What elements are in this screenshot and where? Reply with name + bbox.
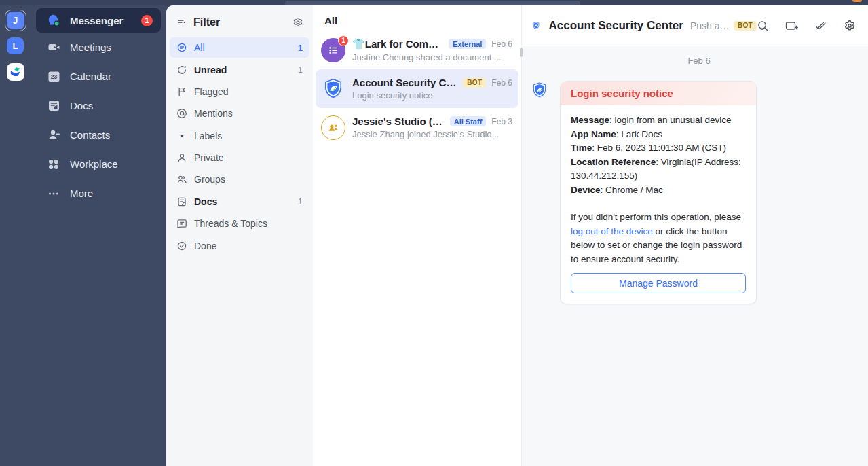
document-icon (176, 196, 187, 207)
filter-item-docs[interactable]: Docs 1 (170, 192, 309, 212)
field-time: Time: Feb 6, 2023 11:01:30 AM (CST) (571, 141, 746, 156)
filter-panel: Filter All 1 Unread 1 Flagg (166, 5, 313, 466)
filter-panel-title: Filter (193, 16, 220, 29)
at-mention-icon (176, 108, 187, 119)
bot-message: Login security notice Message: login fro… (530, 81, 868, 304)
workspace-rail: J L (0, 5, 31, 466)
chat-list-header: All (313, 5, 521, 31)
filter-item-threads-topics[interactable]: Threads & Topics (170, 213, 309, 234)
filter-item-all[interactable]: All 1 (170, 37, 309, 58)
calendar-icon: 23 (47, 70, 60, 84)
sidebar-item-more[interactable]: More (31, 179, 166, 208)
filter-item-flagged[interactable]: Flagged (170, 82, 309, 102)
more-icon (47, 187, 60, 200)
message-area: Feb 6 Login security notice Message: log… (522, 46, 868, 466)
manage-password-button[interactable]: Manage Password (571, 273, 746, 293)
sidebar-item-calendar[interactable]: 23 Calendar (31, 62, 166, 91)
chat-item-jessies-studio[interactable]: Jessie's Studio (Test A... All Staff Feb… (316, 108, 518, 147)
conversation-subtitle: Push account securi... (690, 20, 730, 31)
chat-time: Feb 6 (486, 39, 512, 49)
flag-icon (176, 86, 187, 97)
chat-title: 👕Lark for Commerce -... (352, 38, 445, 50)
contacts-icon (47, 128, 60, 142)
unread-refresh-icon (176, 65, 187, 75)
svg-text:23: 23 (50, 73, 57, 80)
sidebar-item-messenger[interactable]: Messenger 1 (36, 8, 161, 33)
field-location: Location Reference: Virginia(IP Address:… (571, 156, 746, 183)
field-message: Message: login from an unusual device (571, 113, 746, 128)
sidebar-item-meetings[interactable]: Meetings (31, 33, 166, 62)
sidebar-item-workplace[interactable]: Workplace (31, 149, 166, 179)
filter-count: 1 (298, 65, 303, 75)
field-app-name: App Name: Lark Docs (571, 128, 746, 142)
filter-count: 1 (298, 43, 303, 53)
docs-icon (47, 99, 60, 113)
chat-time: Feb 6 (486, 78, 512, 88)
workspace-avatar-j-label: J (7, 12, 24, 29)
group-avatar (321, 115, 345, 140)
security-notice-card: Login security notice Message: login fro… (560, 81, 757, 304)
person-icon (176, 152, 187, 163)
workspace-avatar-j[interactable]: J (5, 10, 26, 31)
sidebar-item-label: Messenger (70, 15, 123, 26)
external-tag: External (449, 39, 486, 49)
sidebar-item-label: More (70, 187, 93, 199)
workspace-avatar-l[interactable]: L (7, 37, 24, 54)
sidebar-item-contacts[interactable]: Contacts (31, 120, 166, 149)
field-device: Device: Chrome / Mac (571, 183, 746, 198)
filter-settings-gear-icon[interactable] (293, 17, 303, 28)
security-shield-avatar (531, 15, 541, 37)
mark-all-read-icon[interactable] (814, 20, 827, 32)
messenger-icon (47, 14, 60, 27)
chevron-down-icon (176, 130, 187, 141)
filter-item-mentions[interactable]: Mentions (170, 103, 309, 124)
chat-settings-gear-icon[interactable] (844, 20, 856, 32)
panel-resize-handle[interactable] (520, 48, 523, 57)
chat-item-lark-for-commerce[interactable]: 1 👕Lark for Commerce -... External Feb 6… (316, 31, 518, 69)
conversation-title: Account Security Center (549, 19, 683, 33)
conversation-pane: Account Security Center Push account sec… (521, 5, 868, 466)
card-title: Login security notice (561, 82, 756, 105)
sidebar-item-docs[interactable]: Docs (31, 91, 166, 120)
chat-bubble-icon (176, 42, 187, 53)
threads-icon (176, 218, 187, 229)
window-control-fragment (852, 0, 862, 2)
app-sidebar: Messenger 1 Meetings 23 Calendar Docs (31, 5, 166, 466)
conversation-header: Account Security Center Push account sec… (522, 5, 868, 46)
window-title-bar (0, 0, 868, 5)
filter-item-done[interactable]: Done (170, 236, 309, 256)
chat-preview: Login security notice (352, 90, 512, 101)
security-shield-avatar (321, 77, 345, 101)
log-out-device-link[interactable]: log out of the device (571, 226, 653, 236)
add-to-new-chat-icon[interactable] (785, 20, 798, 32)
meetings-icon (47, 41, 60, 54)
filter-count: 1 (298, 196, 303, 207)
sidebar-item-label: Meetings (70, 41, 111, 53)
unread-count-badge: 1 (338, 35, 349, 46)
filter-item-private[interactable]: Private (170, 147, 309, 168)
filter-item-groups[interactable]: Groups (170, 169, 309, 190)
chat-title: Jessie's Studio (Test A... (352, 115, 446, 127)
check-circle-icon (176, 240, 187, 251)
search-in-chat-icon[interactable] (757, 20, 769, 32)
bot-tag: BOT (734, 21, 757, 31)
lark-logo[interactable] (7, 63, 24, 81)
sidebar-item-label: Contacts (70, 129, 110, 141)
messenger-unread-badge: 1 (141, 15, 153, 26)
sidebar-item-label: Workplace (70, 158, 118, 170)
date-divider: Feb 6 (530, 56, 868, 66)
lark-app-window: J L Messenger 1 (0, 0, 868, 466)
filter-item-labels[interactable]: Labels (170, 126, 309, 146)
lark-bird-icon (10, 66, 22, 78)
chat-list: All 1 👕Lark for Commerce -... External F… (313, 5, 521, 466)
global-search-bar[interactable] (285, 1, 580, 5)
filter-item-unread[interactable]: Unread 1 (170, 60, 309, 80)
chat-preview: Jessie Zhang joined Jessie's Studio... (352, 129, 512, 139)
collapse-filter-icon[interactable] (176, 17, 187, 28)
all-staff-tag: All Staff (450, 116, 487, 126)
workplace-icon (47, 158, 60, 171)
security-shield-avatar (530, 81, 549, 100)
chat-time: Feb 3 (486, 117, 512, 126)
chat-item-account-security-center[interactable]: Account Security Center BOT Feb 6 Login … (316, 69, 518, 108)
bot-tag: BOT (463, 78, 486, 88)
